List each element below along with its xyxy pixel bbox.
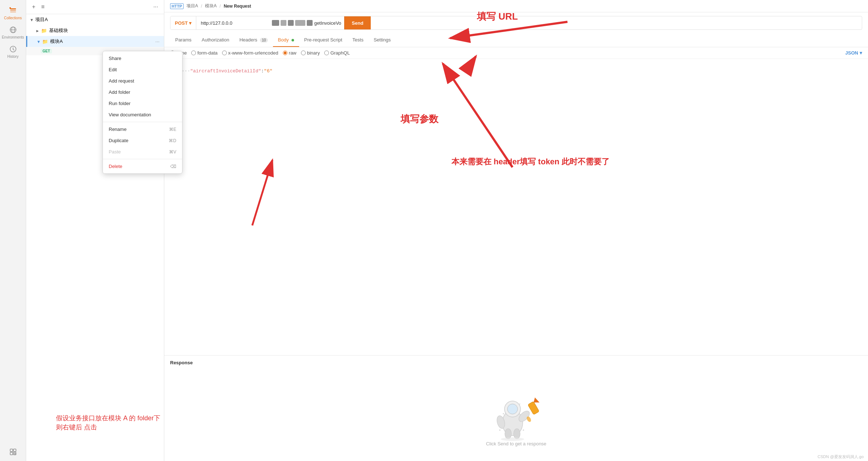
header-actions: + ≡ <box>31 3 46 11</box>
tab-pre-request[interactable]: Pre-request Script <box>299 33 347 47</box>
svg-rect-0 <box>10 8 16 9</box>
code-line-2: 2 ····"aircraftInvoiceDetailId":"6" <box>164 68 868 74</box>
url-block-3 <box>288 20 294 26</box>
folder-more-icon[interactable]: ··· <box>155 39 160 44</box>
list-view-button[interactable]: ≡ <box>40 3 46 11</box>
svg-rect-8 <box>10 449 13 452</box>
menu-share-label: Share <box>109 56 121 61</box>
url-block-2 <box>281 20 286 26</box>
menu-edit-label: Edit <box>109 67 117 72</box>
body-options: none form-data x-www-form-urlencoded raw… <box>164 47 868 59</box>
sidebar-item-history[interactable]: History <box>0 41 26 61</box>
breadcrumb-sep-1: / <box>201 4 202 9</box>
response-section: Response <box>164 355 868 368</box>
menu-delete-shortcut: ⌫ <box>170 164 176 169</box>
menu-item-share[interactable]: Share <box>103 53 182 64</box>
code-content-2: ····"aircraftInvoiceDetailId":"6" <box>179 68 868 74</box>
project-label: 项目A <box>35 16 48 23</box>
folder-jichu-label: 基础模块 <box>49 27 68 34</box>
sidebar-item-workspaces[interactable] <box>0 444 26 458</box>
footer-credit: CSDN @爱发发码洞人.go <box>817 454 864 460</box>
tab-settings[interactable]: Settings <box>369 33 396 47</box>
annotation-folder-line1: 假设业务接口放在模块 A 的 folder下 <box>56 414 160 422</box>
collections-panel: + ≡ ··· ▾ 项目A ▸ 📁 基础模块 ▾ 📁 模块A ··· GET <box>26 0 164 461</box>
folder-item-jichu[interactable]: ▸ 📁 基础模块 <box>26 25 164 36</box>
sidebar-item-environments[interactable]: Environments <box>0 22 26 41</box>
project-item[interactable]: ▾ 项目A <box>26 14 164 25</box>
tab-body[interactable]: Body <box>273 33 299 47</box>
tab-authorization[interactable]: Authorization <box>197 33 234 47</box>
svg-rect-10 <box>10 452 13 455</box>
tab-headers[interactable]: Headers 10 <box>234 33 273 47</box>
url-suffix: getInvoiceVo <box>314 20 341 26</box>
menu-add-folder-label: Add folder <box>109 89 130 95</box>
url-input[interactable] <box>196 20 269 26</box>
menu-run-folder-label: Run folder <box>109 101 130 106</box>
method-select[interactable]: POST ▾ <box>170 16 196 29</box>
context-menu: Share Edit Add request Add folder Run fo… <box>103 51 182 174</box>
menu-item-duplicate[interactable]: Duplicate ⌘D <box>103 135 182 146</box>
menu-item-add-folder[interactable]: Add folder <box>103 87 182 98</box>
svg-rect-2 <box>10 12 16 12</box>
breadcrumb-request: New Request <box>224 4 251 9</box>
send-button[interactable]: Send <box>344 16 371 29</box>
add-collection-button[interactable]: + <box>31 3 37 11</box>
json-format-select[interactable]: JSON ▾ <box>845 50 862 56</box>
empty-response-text: Click Send to get a response <box>486 441 546 446</box>
sidebar-item-collections[interactable]: Collections <box>0 3 26 22</box>
headers-badge: 10 <box>260 38 268 43</box>
radio-urlencoded[interactable]: x-www-form-urlencoded <box>222 50 278 56</box>
empty-response: Click Send to get a response <box>164 368 868 461</box>
history-icon <box>9 45 17 53</box>
url-block-1 <box>272 20 279 26</box>
radio-binary[interactable]: binary <box>301 50 320 56</box>
chevron-right-icon: ▸ <box>36 28 39 33</box>
method-label: POST <box>175 20 188 26</box>
menu-duplicate-label: Duplicate <box>109 138 128 143</box>
collections-more-button[interactable]: ··· <box>152 3 160 11</box>
request-breadcrumb: HTTP 项目A / 模块A / New Request <box>164 0 868 12</box>
radio-form-data[interactable]: form-data <box>191 50 218 56</box>
menu-rename-shortcut: ⌘E <box>169 127 176 132</box>
environments-label: Environments <box>2 35 24 39</box>
code-editor[interactable]: 1 { 2 ····"aircraftInvoiceDetailId":"6" … <box>164 59 868 355</box>
annotation-folder-line2: 则右键后 点击 <box>56 424 97 431</box>
astronaut-illustration <box>483 383 549 441</box>
url-block-4 <box>295 20 305 26</box>
folder-icon-2: 📁 <box>42 39 48 44</box>
radio-graphql[interactable]: GraphQL <box>324 50 350 56</box>
folder-item-mokuai-a[interactable]: ▾ 📁 模块A ··· <box>26 36 164 47</box>
tab-tests[interactable]: Tests <box>347 33 369 47</box>
folder-icon: 📁 <box>41 28 47 33</box>
menu-item-rename[interactable]: Rename ⌘E <box>103 124 182 135</box>
http-icon: HTTP <box>170 3 184 9</box>
svg-point-28 <box>501 437 524 441</box>
chevron-down-icon-json: ▾ <box>860 50 862 56</box>
breadcrumb-sep-2: / <box>220 4 221 9</box>
response-label: Response <box>170 360 193 365</box>
svg-point-27 <box>519 404 521 405</box>
menu-duplicate-shortcut: ⌘D <box>169 138 176 143</box>
svg-point-24 <box>503 413 504 414</box>
breadcrumb-project: 项目A <box>186 3 198 9</box>
tabs-bar: Params Authorization Headers 10 Body Pre… <box>164 33 868 47</box>
menu-rename-label: Rename <box>109 127 126 132</box>
breadcrumb-module: 模块A <box>205 3 217 9</box>
menu-item-run-folder[interactable]: Run folder <box>103 98 182 109</box>
menu-item-delete[interactable]: Delete ⌫ <box>103 161 182 172</box>
menu-paste-shortcut: ⌘V <box>169 149 176 155</box>
menu-item-edit[interactable]: Edit <box>103 64 182 75</box>
menu-item-paste: Paste ⌘V <box>103 146 182 157</box>
svg-point-25 <box>523 429 524 431</box>
menu-delete-label: Delete <box>109 164 122 169</box>
collections-tree: ▾ 项目A ▸ 📁 基础模块 ▾ 📁 模块A ··· GET <box>26 14 164 55</box>
radio-raw[interactable]: raw <box>283 50 297 56</box>
tab-params[interactable]: Params <box>170 33 197 47</box>
collections-icon <box>9 7 17 15</box>
menu-view-docs-label: View documentation <box>109 112 151 117</box>
menu-item-add-request[interactable]: Add request <box>103 75 182 87</box>
folder-mokuai-a-label: 模块A <box>50 38 153 45</box>
environments-icon <box>9 26 17 34</box>
menu-item-view-docs[interactable]: View documentation <box>103 109 182 120</box>
method-dropdown-icon: ▾ <box>189 20 192 26</box>
